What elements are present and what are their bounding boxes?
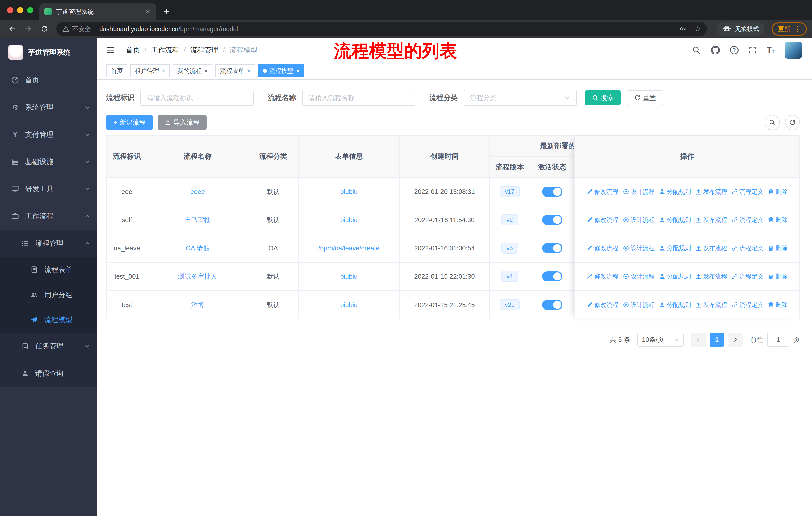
security-indicator[interactable]: 不安全	[62, 25, 91, 33]
action-publish-process[interactable]: 发布流程	[695, 301, 727, 309]
tab-close-icon[interactable]: ×	[144, 7, 151, 16]
process-name-link[interactable]: 滔博	[191, 301, 204, 309]
form-info-link[interactable]: biubiu	[340, 301, 357, 309]
action-edit-process[interactable]: 修改流程	[587, 301, 618, 309]
user-avatar[interactable]	[785, 42, 802, 59]
breadcrumb-process-management[interactable]: 流程管理	[190, 45, 219, 55]
action-delete[interactable]: 删除	[768, 188, 788, 196]
active-status-toggle[interactable]	[542, 243, 562, 253]
goto-page-input[interactable]	[767, 332, 789, 347]
action-design-process[interactable]: 设计流程	[623, 272, 655, 280]
minimize-window-button[interactable]	[17, 7, 23, 13]
font-size-icon[interactable]: TT	[767, 46, 775, 54]
action-design-process[interactable]: 设计流程	[623, 301, 655, 309]
form-info-link[interactable]: biubiu	[340, 216, 357, 224]
breadcrumb-home[interactable]: 首页	[126, 45, 140, 55]
browser-update-button[interactable]: 更新 ⋮	[772, 22, 807, 35]
reload-button[interactable]	[37, 22, 51, 36]
tag-process-form[interactable]: 流程表单×	[215, 64, 255, 77]
form-info-link[interactable]: /bpm/oa/leave/create	[318, 244, 380, 252]
refresh-table-button[interactable]	[785, 115, 800, 130]
action-delete[interactable]: 删除	[768, 244, 788, 252]
search-icon[interactable]	[692, 46, 701, 54]
sidebar-item-infrastructure[interactable]: 基础设施	[0, 148, 97, 175]
action-design-process[interactable]: 设计流程	[623, 188, 655, 196]
process-name-link[interactable]: eeee	[190, 188, 205, 196]
active-status-toggle[interactable]	[542, 187, 562, 197]
close-icon[interactable]: ×	[204, 67, 208, 74]
github-icon[interactable]	[711, 46, 720, 55]
action-process-definition[interactable]: 流程定义	[732, 301, 763, 309]
action-assign-rule[interactable]: 分配规则	[659, 188, 691, 196]
action-publish-process[interactable]: 发布流程	[695, 244, 727, 252]
action-process-definition[interactable]: 流程定义	[732, 188, 763, 196]
forward-button[interactable]	[21, 22, 35, 36]
action-process-definition[interactable]: 流程定义	[732, 244, 763, 252]
sidebar-item-leave-query[interactable]: 请假查询	[0, 360, 97, 387]
address-bar[interactable]: 不安全 dashboard.yudao.iocoder.cn /bpm/mana…	[56, 22, 707, 36]
create-process-button[interactable]: + 新建流程	[106, 115, 153, 130]
sidebar-item-system[interactable]: ⚙ 系统管理	[0, 94, 97, 121]
action-process-definition[interactable]: 流程定义	[732, 272, 763, 280]
process-name-link[interactable]: 测试多审批人	[178, 272, 217, 281]
import-process-button[interactable]: 导入流程	[158, 115, 207, 130]
browser-menu-icon[interactable]: ⋮	[794, 25, 801, 33]
version-badge[interactable]: v4	[501, 271, 518, 282]
sidebar-item-user-group[interactable]: 用户分组	[0, 282, 97, 307]
action-assign-rule[interactable]: 分配规则	[659, 301, 691, 309]
process-id-input[interactable]	[141, 90, 254, 106]
sidebar-item-task-management[interactable]: 任务管理	[0, 332, 97, 360]
browser-tab[interactable]: 芋道管理系统 ×	[39, 3, 156, 20]
form-info-link[interactable]: biubiu	[340, 273, 357, 280]
sidebar-item-process-model[interactable]: 流程模型	[0, 307, 97, 332]
active-status-toggle[interactable]	[542, 300, 562, 310]
tag-my-process[interactable]: 我的流程×	[173, 64, 212, 77]
process-name-link[interactable]: 自己审批	[184, 216, 211, 224]
version-badge[interactable]: v2	[501, 214, 518, 225]
help-icon[interactable]: ?	[730, 46, 738, 54]
sidebar-item-home[interactable]: 首页	[0, 66, 97, 94]
action-process-definition[interactable]: 流程定义	[732, 216, 763, 224]
reset-button[interactable]: 重置	[627, 90, 664, 105]
new-tab-button[interactable]: +	[159, 4, 174, 19]
action-assign-rule[interactable]: 分配规则	[659, 272, 691, 280]
action-publish-process[interactable]: 发布流程	[695, 216, 727, 224]
sidebar-item-devtools[interactable]: 研发工具	[0, 175, 97, 202]
close-window-button[interactable]	[7, 7, 13, 13]
action-delete[interactable]: 删除	[768, 272, 788, 280]
search-button[interactable]: 搜索	[585, 90, 621, 105]
action-design-process[interactable]: 设计流程	[623, 244, 655, 252]
tag-home[interactable]: 首页	[106, 64, 127, 77]
toggle-search-button[interactable]	[765, 115, 780, 130]
sidebar-collapse-button[interactable]	[106, 46, 115, 54]
action-edit-process[interactable]: 修改流程	[587, 188, 618, 196]
action-assign-rule[interactable]: 分配规则	[659, 216, 691, 224]
sidebar-item-process-form[interactable]: 流程表单	[0, 257, 97, 282]
close-icon[interactable]: ×	[247, 67, 251, 74]
version-badge[interactable]: v17	[500, 186, 520, 197]
zoom-window-button[interactable]	[27, 7, 33, 13]
form-info-link[interactable]: biubiu	[340, 188, 357, 196]
sidebar-item-workflow[interactable]: 工作流程	[0, 202, 97, 230]
active-status-toggle[interactable]	[542, 215, 562, 225]
action-publish-process[interactable]: 发布流程	[695, 188, 727, 196]
action-edit-process[interactable]: 修改流程	[587, 272, 618, 280]
action-edit-process[interactable]: 修改流程	[587, 244, 618, 252]
sidebar-item-process-management[interactable]: 流程管理	[0, 230, 97, 257]
version-badge[interactable]: v5	[501, 243, 518, 254]
page-number-button[interactable]: 1	[710, 332, 724, 347]
action-design-process[interactable]: 设计流程	[623, 216, 655, 224]
action-edit-process[interactable]: 修改流程	[587, 216, 618, 224]
bookmark-star-icon[interactable]: ☆	[694, 25, 701, 33]
fullscreen-icon[interactable]	[749, 46, 757, 54]
process-name-link[interactable]: OA 请假	[185, 244, 209, 253]
app-logo[interactable]: 芋道管理系统	[0, 38, 97, 66]
tag-process-model[interactable]: 流程模型×	[258, 64, 304, 77]
action-publish-process[interactable]: 发布流程	[695, 272, 727, 280]
version-badge[interactable]: v21	[500, 299, 520, 310]
close-icon[interactable]: ×	[162, 67, 165, 74]
breadcrumb-workflow[interactable]: 工作流程	[151, 45, 179, 55]
page-size-select[interactable]: 10条/页	[637, 332, 684, 347]
action-delete[interactable]: 删除	[768, 216, 788, 224]
close-icon[interactable]: ×	[296, 67, 300, 74]
